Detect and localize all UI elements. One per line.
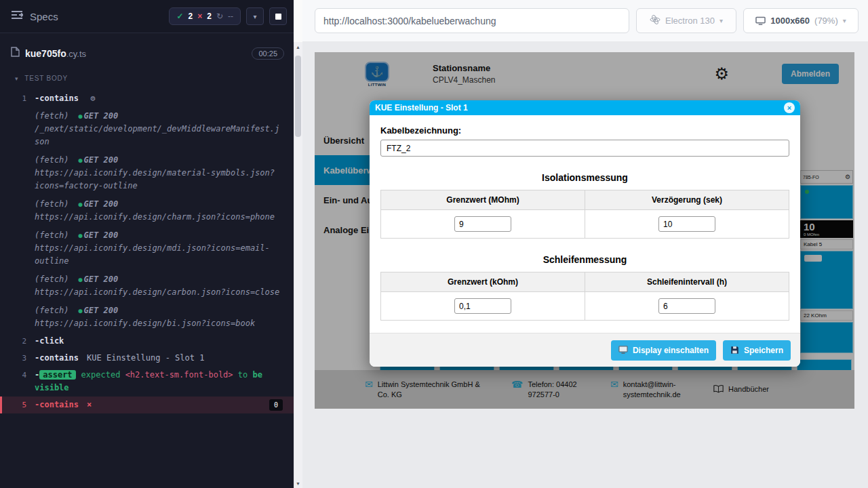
- specs-label[interactable]: Specs: [30, 11, 58, 22]
- line-number: 3: [2, 352, 35, 365]
- log-row-fetch[interactable]: (fetch)●GET 200 https://api.iconify.desi…: [0, 270, 294, 302]
- fetch-status: GET 200: [84, 274, 119, 284]
- children-count-badge: 0: [269, 399, 283, 411]
- save-button[interactable]: Speichern: [723, 340, 791, 361]
- display-on-button[interactable]: Display einschalten: [611, 340, 716, 361]
- column-header: Verzögerung (sek): [585, 190, 789, 210]
- electron-icon: [650, 14, 660, 27]
- modal-footer: Display einschalten Speichern: [370, 333, 800, 367]
- spec-extension: .cy.ts: [66, 49, 86, 59]
- assert-badge: assert: [39, 370, 75, 380]
- viewport-selector[interactable]: 1000x660 (79%) ▾: [743, 8, 859, 33]
- iso-grenzwert-input[interactable]: [454, 216, 511, 232]
- reporter-scrollbar[interactable]: ▲ ▼: [294, 0, 302, 488]
- log-row-fetch[interactable]: (fetch)●GET 200 https://api.iconify.desi…: [0, 195, 294, 226]
- column-header: Grenzwert (kOhm): [381, 272, 585, 292]
- status-dot-icon: ●: [79, 307, 83, 314]
- browser-selector[interactable]: Electron 130 ▾: [636, 8, 736, 33]
- iso-verzoegerung-input[interactable]: [658, 216, 715, 232]
- command-name: -click: [35, 336, 64, 346]
- loop-grenzwert-input[interactable]: [454, 298, 511, 314]
- loop-intervall-input[interactable]: [658, 298, 715, 314]
- fetch-tag: (fetch): [35, 199, 69, 209]
- fetch-url: https://api.iconify.design/material-symb…: [35, 167, 283, 192]
- address-bar[interactable]: [315, 8, 629, 33]
- test-stats[interactable]: ✓ 2 × 2 ↻ --: [169, 7, 241, 25]
- loop-table: Grenzwert (kOhm) Schleifenintervall (h): [380, 272, 789, 321]
- specs-menu-icon[interactable]: [11, 10, 23, 22]
- failed-x-icon: ×: [197, 12, 202, 21]
- collapse-reporter-button[interactable]: ▾: [246, 7, 264, 25]
- pending-count: --: [228, 12, 233, 21]
- log-row-contains-failed[interactable]: 5 -contains × 0: [0, 396, 294, 413]
- stop-run-button[interactable]: [269, 7, 287, 25]
- scrollbar-thumb[interactable]: [295, 56, 301, 137]
- log-row-contains-2[interactable]: 3 -containsKUE Einstellung - Slot 1: [0, 350, 294, 367]
- close-icon[interactable]: ×: [784, 102, 795, 113]
- modal-body: Kabelbezeichnung: Isolationsmessung Gren…: [370, 115, 800, 333]
- fetch-url: https://api.iconify.design/charm.json?ic…: [35, 211, 283, 224]
- cable-designation-input[interactable]: [380, 140, 789, 157]
- test-body-section-toggle[interactable]: ▾ TEST BODY: [0, 66, 294, 87]
- viewport-zoom: (79%): [814, 16, 838, 26]
- viewport-size: 1000x660: [770, 16, 810, 26]
- passed-check-icon: ✓: [176, 12, 183, 21]
- chevron-down-icon: ▾: [843, 17, 846, 24]
- fetch-tag: (fetch): [35, 155, 69, 165]
- fetch-status: GET 200: [84, 155, 119, 165]
- command-log: 1 -contains ⚙ (fetch)●GET 200 /_next/sta…: [0, 87, 294, 413]
- gear-icon: ⚙: [90, 94, 95, 103]
- monitor-icon: [755, 16, 766, 26]
- assert-target-selector: <h2.text-sm.font-bold>: [125, 370, 233, 380]
- passed-count: 2: [189, 12, 193, 21]
- fetch-url: https://api.iconify.design/bi.json?icons…: [35, 317, 283, 330]
- floppy-disk-icon: [730, 346, 739, 354]
- kue-settings-modal: KUE Einstellung - Slot 1 × Kabelbezeichn…: [370, 100, 800, 367]
- log-row-fetch[interactable]: (fetch)●GET 200 https://api.iconify.desi…: [0, 151, 294, 195]
- status-dot-icon: ●: [79, 232, 83, 239]
- reporter-header: Specs ✓ 2 × 2 ↻ -- ▾: [0, 0, 294, 33]
- log-row-contains-1[interactable]: 1 -contains ⚙: [0, 90, 294, 107]
- browser-controls: Electron 130 ▾ 1000x660 (79%) ▾: [302, 0, 868, 41]
- chevron-down-icon: ▾: [15, 75, 18, 82]
- browser-name: Electron 130: [665, 16, 715, 26]
- aut-background: ⚓ LITTWIN Stationsname CPLV4_Maschen ⚙ A…: [302, 41, 868, 488]
- isolation-table: Grenzwert (MOhm) Verzögerung (sek): [380, 190, 789, 239]
- command-name: -contains: [35, 353, 79, 363]
- cable-designation-label: Kabelbezeichnung:: [380, 125, 789, 136]
- spec-name: kue705fo: [25, 48, 66, 59]
- monitor-icon: [618, 346, 628, 354]
- fail-x-icon: ×: [87, 399, 92, 411]
- log-row-fetch[interactable]: (fetch)●GET 200 /_next/static/developmen…: [0, 107, 294, 151]
- isolation-section-title: Isolationsmessung: [380, 172, 789, 183]
- log-row-click[interactable]: 2 -click: [0, 333, 294, 350]
- modal-header: KUE Einstellung - Slot 1 ×: [370, 100, 800, 115]
- spec-duration-badge: 00:25: [252, 47, 284, 60]
- loop-section-title: Schleifenmessung: [380, 254, 789, 265]
- fetch-url: https://api.iconify.design/carbon.json?i…: [35, 286, 283, 299]
- spec-file-row[interactable]: kue705fo.cy.ts 00:25: [0, 33, 294, 66]
- fetch-tag: (fetch): [35, 274, 69, 284]
- app-under-test: ⚓ LITTWIN Stationsname CPLV4_Maschen ⚙ A…: [315, 52, 854, 409]
- spec-file-icon: [11, 47, 20, 60]
- command-name: -contains: [35, 94, 79, 103]
- chevron-down-icon: ▾: [719, 17, 723, 24]
- fetch-status: GET 200: [84, 199, 119, 209]
- fetch-status: GET 200: [84, 111, 119, 121]
- fetch-tag: (fetch): [35, 230, 69, 240]
- test-body-label: TEST BODY: [24, 75, 68, 82]
- fetch-tag: (fetch): [35, 306, 69, 315]
- fetch-tag: (fetch): [35, 111, 69, 121]
- log-row-fetch[interactable]: (fetch)●GET 200 https://api.iconify.desi…: [0, 226, 294, 270]
- modal-title: KUE Einstellung - Slot 1: [375, 103, 468, 113]
- scroll-up-icon[interactable]: ▲: [294, 45, 302, 49]
- command-argument: KUE Einstellung - Slot 1: [87, 353, 204, 363]
- log-row-assert[interactable]: 4 -assertexpected <h2.text-sm.font-bold>…: [0, 367, 294, 396]
- scroll-down-icon[interactable]: ▼: [294, 481, 302, 486]
- log-row-fetch[interactable]: (fetch)●GET 200 https://api.iconify.desi…: [0, 302, 294, 333]
- fetch-url: https://api.iconify.design/mdi.json?icon…: [35, 242, 283, 268]
- fetch-url: /_next/static/development/_devMiddleware…: [35, 123, 283, 148]
- fetch-status: GET 200: [84, 306, 119, 315]
- assert-expected: expected: [81, 370, 121, 380]
- cypress-reporter: Specs ✓ 2 × 2 ↻ -- ▾ kue705fo.cy.ts: [0, 0, 294, 488]
